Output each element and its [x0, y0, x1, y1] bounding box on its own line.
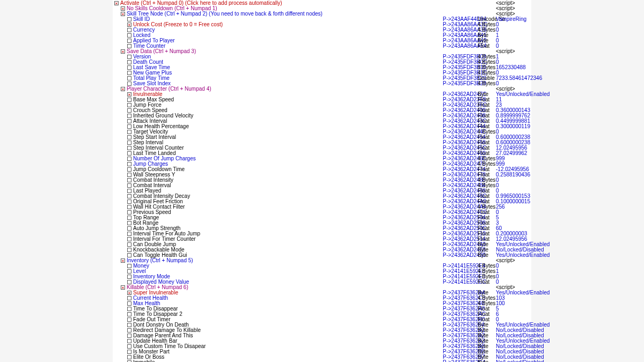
checkbox-checked-icon[interactable]: [127, 92, 131, 97]
checkbox-empty-icon[interactable]: [127, 350, 131, 354]
checkbox-empty-icon[interactable]: [127, 60, 131, 64]
checkbox-empty-icon[interactable]: [127, 17, 131, 21]
checkbox-empty-icon[interactable]: [127, 173, 131, 177]
checkbox-empty-icon[interactable]: [127, 33, 131, 38]
rows-container: Activate (Ctrl + Numpad 0) (Click here t…: [113, 1, 531, 362]
checkbox-empty-icon[interactable]: [127, 76, 131, 80]
checkbox-empty-icon[interactable]: [127, 178, 131, 182]
value-label[interactable]: 7233.58461472346: [496, 76, 542, 81]
checkbox-empty-icon[interactable]: [127, 210, 131, 215]
value-label[interactable]: 1652330488: [496, 65, 526, 70]
type-label[interactable]: Float: [478, 279, 489, 285]
table-row[interactable]: ImmobileP->2437F6362C4ByteNo/Locked/Disa…: [113, 360, 531, 362]
checkbox-empty-icon[interactable]: [127, 312, 131, 316]
checkbox-empty-icon[interactable]: [127, 167, 131, 172]
checkbox-checked-icon[interactable]: [121, 12, 125, 16]
checkbox-checked-icon[interactable]: [121, 87, 125, 91]
checkbox-empty-icon[interactable]: [127, 253, 131, 257]
checkbox-empty-icon[interactable]: [127, 108, 131, 113]
value-label[interactable]: 0.2588190436: [496, 172, 530, 178]
value-label[interactable]: 0.3000000119: [496, 124, 530, 129]
checkbox-empty-icon[interactable]: [127, 71, 131, 75]
checkbox-empty-icon[interactable]: [127, 280, 131, 284]
checkbox-empty-icon[interactable]: [127, 344, 131, 349]
checkbox-empty-icon[interactable]: [127, 317, 131, 322]
checkbox-empty-icon[interactable]: [127, 242, 131, 247]
description-label[interactable]: Skill Tree Node (Ctrl + Numpad 2) (You n…: [127, 11, 323, 17]
checkbox-empty-icon[interactable]: [127, 103, 131, 107]
checkbox-checked-icon[interactable]: [127, 291, 131, 295]
checkbox-checked-icon[interactable]: [127, 23, 131, 27]
checkbox-empty-icon[interactable]: [127, 55, 131, 59]
checkbox-empty-icon[interactable]: [127, 194, 131, 198]
checkbox-empty-icon[interactable]: [127, 205, 131, 209]
checkbox-empty-icon[interactable]: [127, 248, 131, 252]
checkbox-empty-icon[interactable]: [127, 146, 131, 150]
checkbox-empty-icon[interactable]: [127, 98, 131, 102]
checkbox-empty-icon[interactable]: [127, 355, 131, 359]
checkbox-empty-icon[interactable]: [127, 296, 131, 300]
cheat-table: Activate (Ctrl + Numpad 0) (Click here t…: [113, 0, 531, 362]
type-label[interactable]: Byte: [478, 253, 488, 258]
checkbox-empty-icon[interactable]: [127, 237, 131, 241]
checkbox-empty-icon[interactable]: [127, 328, 131, 333]
checkbox-empty-icon[interactable]: [127, 232, 131, 236]
checkbox-empty-icon[interactable]: [127, 135, 131, 139]
checkbox-checked-icon[interactable]: [114, 1, 119, 5]
checkbox-empty-icon[interactable]: [127, 275, 131, 279]
value-label[interactable]: No/Locked/Disabled: [496, 360, 544, 362]
value-label[interactable]: VampireRing: [496, 17, 526, 22]
checkbox-empty-icon[interactable]: [127, 221, 131, 225]
checkbox-empty-icon[interactable]: [127, 264, 131, 268]
checkbox-empty-icon[interactable]: [127, 307, 131, 311]
checkbox-checked-icon[interactable]: [121, 49, 125, 54]
checkbox-empty-icon[interactable]: [127, 65, 131, 70]
checkbox-empty-icon[interactable]: [127, 216, 131, 220]
type-label[interactable]: Byte: [478, 360, 488, 362]
checkbox-checked-icon[interactable]: [121, 285, 125, 290]
checkbox-empty-icon[interactable]: [127, 323, 131, 327]
checkbox-empty-icon[interactable]: [127, 114, 131, 118]
checkbox-checked-icon[interactable]: [121, 258, 125, 263]
checkbox-empty-icon[interactable]: [127, 226, 131, 231]
checkbox-empty-icon[interactable]: [127, 162, 131, 166]
checkbox-empty-icon[interactable]: [127, 200, 131, 204]
checkbox-empty-icon[interactable]: [127, 157, 131, 161]
checkbox-empty-icon[interactable]: [127, 141, 131, 145]
checkbox-empty-icon[interactable]: [127, 301, 131, 306]
checkbox-empty-icon[interactable]: [127, 82, 131, 86]
checkbox-empty-icon[interactable]: [127, 183, 131, 188]
checkbox-empty-icon[interactable]: [127, 39, 131, 43]
checkbox-empty-icon[interactable]: [127, 334, 131, 338]
checkbox-empty-icon[interactable]: [127, 44, 131, 48]
type-label[interactable]: Float: [478, 43, 489, 49]
checkbox-empty-icon[interactable]: [127, 269, 131, 274]
checkbox-empty-icon[interactable]: [127, 119, 131, 123]
checkbox-empty-icon[interactable]: [127, 130, 131, 134]
type-label[interactable]: 4 Bytes: [478, 81, 495, 86]
checkbox-empty-icon[interactable]: [127, 339, 131, 343]
checkbox-empty-icon[interactable]: [127, 189, 131, 193]
description-label[interactable]: Immobile: [133, 360, 155, 362]
checkbox-checked-icon[interactable]: [121, 6, 125, 11]
value-label[interactable]: Yes/Unlocked/Enabled: [496, 92, 550, 97]
checkbox-empty-icon[interactable]: [127, 124, 131, 129]
checkbox-empty-icon[interactable]: [127, 28, 131, 32]
checkbox-empty-icon[interactable]: [127, 151, 131, 156]
